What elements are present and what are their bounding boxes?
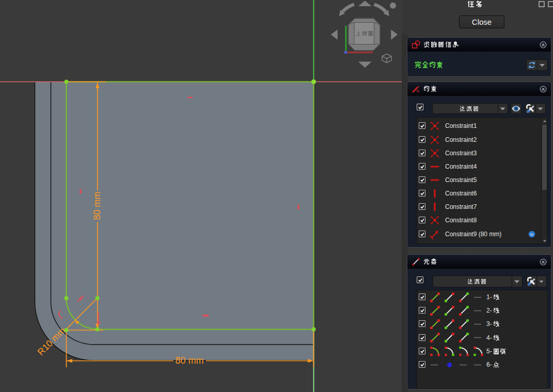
svg-text:80 mm: 80 mm [92, 191, 102, 220]
svg-text:fx: fx [530, 232, 533, 236]
svg-text:80 mm: 80 mm [175, 355, 203, 366]
